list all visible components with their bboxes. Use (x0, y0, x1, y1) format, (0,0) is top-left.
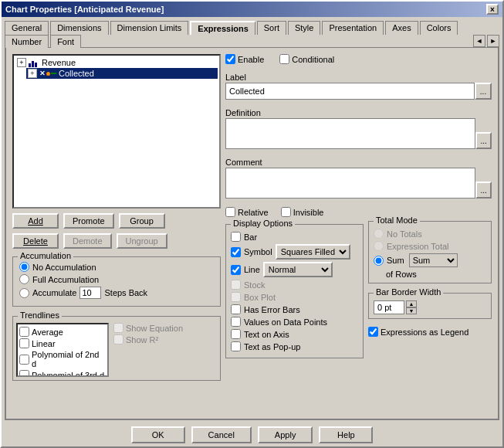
bar-border-input[interactable]: 0 pt (374, 300, 404, 314)
show-r2-check[interactable] (113, 334, 123, 344)
expressions-legend-row: Expressions as Legend (368, 327, 492, 337)
tab-sort[interactable]: Sort (257, 21, 286, 35)
tab-prev-btn[interactable]: ◄ (473, 35, 485, 47)
trendlines-layout: Average Linear Polynomial of 2nd d (16, 323, 217, 377)
tab-next-btn[interactable]: ► (487, 35, 499, 47)
definition-section: Definition ... (225, 107, 492, 149)
bar-border-down-btn[interactable]: ▼ (406, 307, 417, 314)
trendline-poly2-check[interactable] (19, 355, 29, 365)
trendlines-title: Trendlines (18, 311, 62, 320)
tab-font[interactable]: Font (50, 35, 81, 48)
window-title: Chart Properties [Anticipated Revenue] (5, 5, 164, 14)
label-input-row: ... (225, 83, 492, 100)
line-checkbox[interactable] (231, 265, 241, 275)
display-options-col: Display Options Bar Symbol (225, 221, 364, 412)
tree-item-revenue[interactable]: + Revenue (15, 57, 218, 68)
label-input[interactable] (225, 83, 475, 100)
text-as-popup-checkbox[interactable] (231, 341, 241, 351)
trendline-poly2-label: Polynomial of 2nd d (32, 350, 106, 368)
stock-checkbox[interactable] (231, 280, 241, 290)
invisible-label: Invisible (293, 208, 324, 217)
definition-btn[interactable]: ... (475, 132, 492, 149)
conditional-checkbox[interactable] (279, 54, 289, 64)
trendlines-list[interactable]: Average Linear Polynomial of 2nd d (16, 323, 109, 377)
expression-total-label: Expression Total (387, 242, 449, 251)
line-row: Line Normal Dashed Dotted (231, 262, 358, 277)
display-options-content: Bar Symbol Squares Filled Circles (231, 232, 358, 351)
group-button[interactable]: Group (119, 213, 165, 229)
bar-border-up-btn[interactable]: ▲ (406, 300, 417, 307)
bar-border-spinner-btns: ▲ ▼ (406, 300, 417, 314)
show-equation-check[interactable] (113, 323, 123, 333)
help-button[interactable]: Help (319, 426, 373, 443)
enable-checkbox[interactable] (225, 54, 235, 64)
show-equation-label: Show Equation (126, 324, 183, 333)
sum-radio[interactable] (374, 256, 384, 266)
text-on-axis-checkbox[interactable] (231, 329, 241, 339)
bar-border-group: Bar Border Width 0 pt ▲ ▼ (368, 293, 492, 319)
comment-btn[interactable]: ... (475, 182, 492, 199)
conditional-check-row: Conditional (279, 54, 334, 64)
delete-button[interactable]: Delete (12, 233, 59, 249)
accumulate-label: Accumulate (32, 288, 76, 297)
expression-total-row: Expression Total (374, 241, 486, 251)
show-r2-row: Show R² (113, 334, 183, 344)
title-bar: Chart Properties [Anticipated Revenue] × (2, 2, 502, 17)
close-button[interactable]: × (486, 4, 499, 15)
box-plot-checkbox[interactable] (231, 292, 241, 302)
tab-presentation[interactable]: Presentation (322, 21, 384, 35)
trendline-poly2: Polynomial of 2nd d (19, 349, 106, 369)
bar-checkbox[interactable] (231, 232, 241, 242)
ungroup-button[interactable]: Ungroup (117, 233, 167, 249)
demote-button[interactable]: Demote (63, 233, 112, 249)
steps-input[interactable] (79, 287, 101, 299)
comment-input[interactable] (225, 168, 475, 199)
expand-collected[interactable]: + (28, 69, 37, 78)
values-on-data-points-checkbox[interactable] (231, 317, 241, 327)
line-type-select[interactable]: Normal Dashed Dotted (263, 262, 333, 277)
tab-dimensions[interactable]: Dimensions (50, 21, 108, 35)
invisible-check-row: Invisible (281, 207, 324, 217)
no-totals-label: No Totals (387, 229, 422, 239)
cancel-button[interactable]: Cancel (191, 426, 252, 443)
bar-row: Bar (231, 232, 358, 242)
tree-item-collected[interactable]: + ✕ Collected (26, 68, 218, 79)
apply-button[interactable]: Apply (258, 426, 313, 443)
trendline-poly3-check[interactable] (19, 370, 29, 377)
trendline-linear-check[interactable] (19, 338, 29, 348)
accumulate-radio[interactable] (19, 288, 29, 298)
no-totals-radio[interactable] (374, 229, 384, 239)
of-rows: of Rows (386, 270, 486, 279)
tab-colors[interactable]: Colors (420, 21, 458, 35)
tab-style[interactable]: Style (288, 21, 320, 35)
trendline-average-check[interactable] (19, 327, 29, 337)
tab-general[interactable]: General (5, 21, 49, 35)
trendline-linear: Linear (19, 338, 106, 349)
bar-label: Bar (244, 232, 257, 242)
tab-number[interactable]: Number (5, 35, 49, 48)
symbol-checkbox[interactable] (231, 247, 241, 257)
expressions-legend-checkbox[interactable] (368, 327, 378, 337)
has-error-bars-checkbox[interactable] (231, 304, 241, 314)
tab-expressions[interactable]: Expressions (190, 21, 255, 35)
sum-type-select[interactable]: Sum Average Min Max (409, 253, 458, 267)
no-accumulation-radio[interactable] (19, 262, 29, 272)
add-button[interactable]: Add (12, 213, 59, 229)
expression-tree[interactable]: + Revenue + ✕ (12, 54, 221, 209)
definition-input[interactable] (225, 118, 475, 149)
full-accumulation-radio[interactable] (19, 274, 29, 284)
trendline-poly3-label: Polynomial of 3rd d (32, 371, 104, 378)
tab-axes[interactable]: Axes (385, 21, 418, 35)
main-window: Chart Properties [Anticipated Revenue] ×… (0, 0, 504, 448)
promote-button[interactable]: Promote (63, 213, 114, 229)
expression-total-radio[interactable] (374, 241, 384, 251)
label-title: Label (225, 73, 492, 82)
relative-checkbox[interactable] (225, 207, 235, 217)
tab-dimension-limits[interactable]: Dimension Limits (110, 21, 189, 35)
expand-revenue[interactable]: + (17, 58, 26, 67)
ok-button[interactable]: OK (131, 426, 185, 443)
symbol-type-select[interactable]: Squares Filled Circles Triangles Diamond… (276, 244, 350, 260)
conditional-label: Conditional (292, 55, 334, 64)
label-btn[interactable]: ... (475, 83, 492, 100)
invisible-checkbox[interactable] (281, 207, 291, 217)
